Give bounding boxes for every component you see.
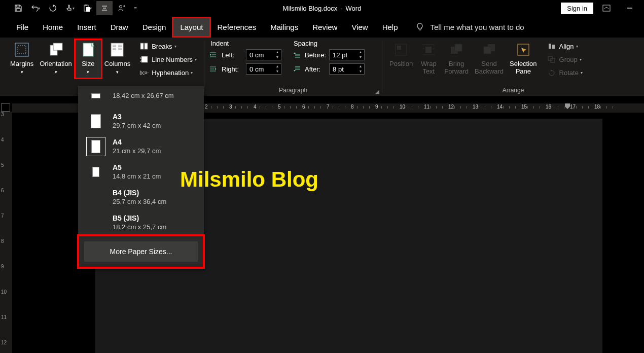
wrap-text-button[interactable]: Wrap Text [416,40,441,77]
send-backward-button[interactable]: Send Backward [472,40,507,77]
more-paper-sizes-button[interactable]: More Paper Sizes... [84,241,198,262]
tab-view[interactable]: View [344,18,375,37]
spin-down[interactable]: ▼ [274,55,281,60]
selection-pane-icon [516,43,530,57]
tab-references[interactable]: References [210,18,263,37]
group-paragraph: Indent Left: ▲▼ Right: ▲▼ Spacing Before… [204,38,382,96]
svg-rect-1 [85,5,87,6]
line-numbers-button[interactable]: 12Line Numbers ▾ [136,53,200,66]
svg-rect-13 [141,56,148,62]
minimize-button[interactable] [620,1,640,15]
title-bar: ▾ ▾ ▾ = Milsmilo Blog.docx-Word Sign in [0,0,644,16]
tab-layout[interactable]: Layout [173,18,210,37]
spin-down[interactable]: ▼ [357,55,364,60]
quick-access-toolbar: ▾ ▾ ▾ = [0,1,140,15]
spin-down[interactable]: ▼ [357,69,364,74]
ribbon-options-icon [602,5,611,12]
indent-right-input[interactable] [246,65,274,73]
svg-rect-11 [140,43,144,49]
vertical-ruler[interactable]: 3456789101112 [0,112,12,353]
orientation-button[interactable]: Orientation▾ [37,40,75,78]
svg-rect-8 [53,43,62,50]
ribbon-display-options[interactable] [597,1,616,15]
spin-up[interactable]: ▲ [274,50,281,55]
share-button[interactable] [114,1,130,15]
spacing-before-icon [293,51,302,58]
columns-button[interactable]: Columns▾ [101,40,133,78]
tab-mailings[interactable]: Mailings [263,18,305,37]
tab-insert[interactable]: Insert [70,18,103,37]
position-button[interactable]: Position [386,40,416,69]
send-backward-icon [482,43,496,57]
svg-rect-2 [86,7,90,12]
spacing-header: Spacing [292,40,365,47]
tab-draw[interactable]: Draw [103,18,135,37]
bring-forward-button[interactable]: Bring Forward [441,40,472,77]
save-button[interactable] [10,1,26,15]
svg-rect-12 [145,43,148,49]
wrap-text-icon [421,43,436,57]
tab-home[interactable]: Home [35,18,70,37]
tab-help[interactable]: Help [375,18,405,37]
margins-button[interactable]: Margins▾ [7,40,37,78]
tell-me-label: Tell me what you want to do [431,23,524,31]
spacing-after-input[interactable] [330,65,357,73]
touch-mode-button[interactable]: ▾ [62,1,78,15]
indent-left-input[interactable] [246,51,274,59]
paragraph-group-label: Paragraph [208,86,378,95]
spin-up[interactable]: ▲ [357,64,364,69]
spin-down[interactable]: ▼ [274,69,281,74]
repeat-button[interactable] [45,1,61,15]
tab-review[interactable]: Review [305,18,344,37]
size-item-a5[interactable]: A514,8 cm x 21 cm [78,159,204,185]
bring-forward-icon [449,43,463,57]
spin-up[interactable]: ▲ [274,64,281,69]
paragraph-launcher[interactable]: ◢ [374,88,381,95]
indent-left-field: Left: ▲▼ [208,48,281,61]
group-arrange: Position Wrap Text Bring Forward Send Ba… [382,38,644,96]
columns-icon [110,42,124,57]
rotate-button[interactable]: Rotate ▾ [544,66,586,79]
align-button[interactable]: Align ▾ [544,40,586,53]
align-icon [548,43,556,50]
size-item-b4jis[interactable]: B4 (JIS)25,7 cm x 36,4 cm [78,185,204,210]
undo-button[interactable]: ▾ [27,1,44,15]
lightbulb-icon [415,22,424,31]
size-item-a3[interactable]: A329,7 cm x 42 cm [78,109,204,134]
group-button[interactable]: Group ▾ [544,53,586,66]
size-item-b5jis[interactable]: B5 (JIS)18,2 cm x 25,7 cm [78,210,204,235]
breaks-icon [140,43,148,50]
save-icon [14,4,22,12]
spin-up[interactable]: ▲ [357,50,364,55]
size-button[interactable]: Size▾ [75,40,101,78]
app-name: Word [346,5,362,12]
hyphenation-button[interactable]: bca-Hyphenation ▾ [136,66,200,79]
person-plus-icon [118,4,126,12]
svg-rect-17 [397,46,401,50]
indent-right-icon [209,65,219,73]
size-icon [81,42,95,58]
tab-design[interactable]: Design [135,18,173,37]
size-item-truncated[interactable]: 18,42 cm x 26,67 cm [78,86,204,109]
svg-rect-18 [425,47,432,53]
spacing-after-field: After: ▲▼ [292,62,365,76]
indent-header: Indent [208,40,281,47]
spacing-before-field: Before: ▲▼ [292,48,365,61]
selection-pane-button[interactable]: Selection Pane [507,40,540,77]
size-item-a4[interactable]: A421 cm x 29,7 cm [78,134,204,159]
sign-in-button[interactable]: Sign in [561,3,593,14]
svg-rect-22 [484,47,491,54]
tab-file[interactable]: File [9,18,35,37]
ruler-corner[interactable] [1,103,10,112]
breaks-button[interactable]: Breaks ▾ [136,40,200,53]
qat-customize[interactable]: = [131,1,140,15]
group-icon [548,56,556,63]
indent-left-icon [209,51,219,58]
tell-me[interactable]: Tell me what you want to do [415,22,524,31]
paste-button[interactable]: ▾ [79,1,95,15]
spacing-before-input[interactable] [330,51,357,59]
svg-rect-25 [552,45,555,49]
arrange-group-label: Arrange [386,86,640,95]
svg-rect-20 [455,44,462,51]
center-align-button[interactable] [96,1,113,15]
